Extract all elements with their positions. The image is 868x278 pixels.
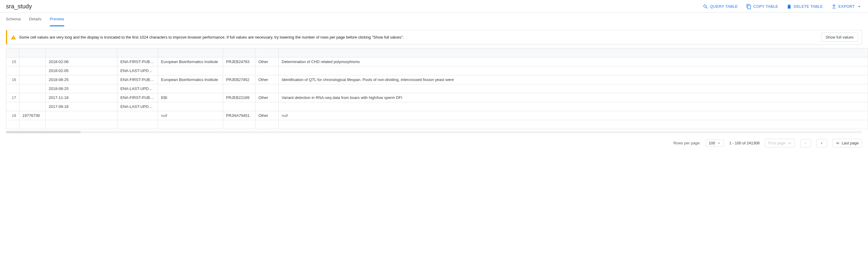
chevron-left-icon bbox=[804, 141, 808, 145]
table-cell: PRJEB24783 bbox=[223, 57, 255, 66]
table-row: 2018-06-25ENA-LAST-UPDATE bbox=[6, 84, 868, 93]
tab-preview[interactable]: Preview bbox=[50, 12, 64, 26]
next-page-button[interactable] bbox=[816, 139, 827, 147]
export-label: Export bbox=[838, 4, 855, 9]
table-cell: 2017-08-16 bbox=[46, 102, 117, 111]
search-in-table-icon bbox=[703, 4, 708, 9]
copy-table-label: Copy Table bbox=[753, 4, 778, 9]
pagination: Rows per page: 100 1 - 100 of 241308 Fir… bbox=[0, 133, 868, 150]
table-cell bbox=[255, 120, 279, 129]
table-cell: 19776739 bbox=[20, 111, 46, 120]
table-cell: 2018-06-25 bbox=[46, 84, 117, 93]
table-cell bbox=[255, 102, 279, 111]
table-cell bbox=[279, 120, 868, 129]
first-page-button[interactable]: First page bbox=[765, 139, 795, 147]
rows-per-page-label: Rows per page: bbox=[673, 141, 701, 145]
table-cell: 2017-11-18 bbox=[46, 93, 117, 102]
horizontal-scrollbar[interactable] bbox=[6, 131, 862, 133]
table-cell: ENA-FIRST-PUBLIC bbox=[117, 57, 158, 66]
tab-details[interactable]: Details bbox=[29, 12, 41, 26]
table-cell bbox=[223, 84, 255, 93]
delete-table-label: Delete Table bbox=[794, 4, 823, 9]
delete-table-button[interactable]: Delete Table bbox=[786, 4, 823, 9]
table-cell bbox=[117, 111, 158, 120]
table-cell bbox=[46, 111, 117, 120]
table-cell bbox=[223, 66, 255, 75]
table-cell: Determination of CHD related polymorphis… bbox=[279, 57, 868, 66]
table-cell: Variant detection in RNA-seq data from b… bbox=[279, 93, 868, 102]
page-title: sra_study bbox=[6, 3, 32, 10]
upload-icon bbox=[831, 4, 837, 9]
table-cell bbox=[158, 66, 223, 75]
rows-per-page-select[interactable]: 100 bbox=[706, 139, 724, 147]
table-row bbox=[6, 120, 868, 129]
last-page-button[interactable]: Last page bbox=[833, 139, 862, 147]
table-cell: European Bioinformatics Institute bbox=[158, 57, 223, 66]
table-cell: ENA-FIRST-PUBLIC bbox=[117, 75, 158, 84]
preview-table: 152018-02-06ENA-FIRST-PUBLICEuropean Bio… bbox=[6, 48, 868, 129]
table-cell bbox=[6, 120, 20, 129]
chevron-right-icon bbox=[819, 141, 824, 145]
query-table-button[interactable]: Query Table bbox=[703, 4, 738, 9]
show-full-values-button[interactable]: Show full values bbox=[821, 33, 858, 42]
table-cell: ENA-LAST-UPDATE bbox=[117, 102, 158, 111]
export-button[interactable]: Export bbox=[831, 4, 862, 9]
table-cell: 18 bbox=[6, 111, 20, 120]
dropdown-icon bbox=[717, 141, 721, 145]
first-page-label: First page bbox=[768, 141, 785, 145]
table-cell: PRJEB22189 bbox=[223, 93, 255, 102]
table-cell: Other bbox=[255, 93, 279, 102]
table-cell bbox=[158, 102, 223, 111]
table-cell bbox=[279, 66, 868, 75]
table-row: 1819776739nullPRJNA79451Othernull bbox=[6, 111, 868, 120]
table-cell: Other bbox=[255, 75, 279, 84]
table-cell: 2018-06-25 bbox=[46, 75, 117, 84]
table-cell bbox=[20, 75, 46, 84]
table-cell bbox=[6, 102, 20, 111]
table-cell bbox=[20, 102, 46, 111]
warning-icon bbox=[11, 35, 16, 40]
table-cell: null bbox=[279, 111, 868, 120]
table-cell: ENA-LAST-UPDATE bbox=[117, 84, 158, 93]
table-cell: 2018-02-06 bbox=[46, 57, 117, 66]
table-actions: Query Table Copy Table Delete Table Expo… bbox=[703, 4, 862, 9]
table-cell bbox=[20, 57, 46, 66]
table-cell bbox=[279, 84, 868, 93]
table-cell bbox=[20, 120, 46, 129]
copy-table-button[interactable]: Copy Table bbox=[746, 4, 778, 9]
table-cell bbox=[279, 102, 868, 111]
table-cell: Other bbox=[255, 111, 279, 120]
prev-page-button[interactable] bbox=[800, 139, 811, 147]
page-range: 1 - 100 of 241308 bbox=[729, 141, 760, 145]
dropdown-icon bbox=[857, 4, 862, 9]
table-cell bbox=[255, 84, 279, 93]
horizontal-scrollbar-thumb[interactable] bbox=[6, 131, 81, 133]
rows-per-page-value: 100 bbox=[709, 141, 715, 145]
table-cell: ENA-FIRST-PUBLIC bbox=[117, 93, 158, 102]
table-header-row bbox=[6, 49, 868, 57]
table-cell: EBI bbox=[158, 93, 223, 102]
table-cell: 2018-02-05 bbox=[46, 66, 117, 75]
tab-schema[interactable]: Schema bbox=[6, 12, 21, 26]
table-cell: ENA-LAST-UPDATE bbox=[117, 66, 158, 75]
table-cell: null bbox=[158, 111, 223, 120]
table-row: 2017-08-16ENA-LAST-UPDATE bbox=[6, 102, 868, 111]
table-cell: Identification of QTL for chronological … bbox=[279, 75, 868, 84]
table-cell bbox=[6, 66, 20, 75]
table-cell: PRJNA79451 bbox=[223, 111, 255, 120]
last-page-icon bbox=[836, 141, 840, 145]
last-page-label: Last page bbox=[842, 141, 859, 145]
table-cell bbox=[255, 66, 279, 75]
table-cell bbox=[6, 84, 20, 93]
table-cell bbox=[158, 84, 223, 93]
copy-icon bbox=[746, 4, 751, 9]
table-cell bbox=[158, 120, 223, 129]
first-page-icon bbox=[787, 141, 792, 145]
tabs: Schema Details Preview bbox=[0, 12, 868, 26]
table-row: 172017-11-18ENA-FIRST-PUBLICEBIPRJEB2218… bbox=[6, 93, 868, 102]
alert-text: Some cell values are very long and the d… bbox=[19, 35, 404, 39]
truncation-alert: Some cell values are very long and the d… bbox=[6, 30, 862, 45]
table-cell bbox=[117, 120, 158, 129]
table-cell bbox=[20, 84, 46, 93]
table-row: 162018-06-25ENA-FIRST-PUBLICEuropean Bio… bbox=[6, 75, 868, 84]
